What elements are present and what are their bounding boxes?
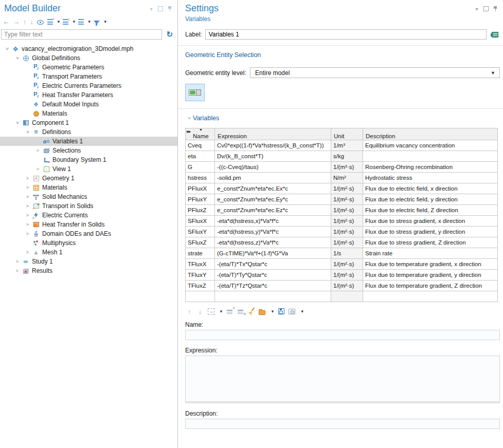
cell-description[interactable]: Flux due to stress gradient, x direction (363, 216, 498, 227)
cell-expression[interactable]: -((c-Cveq)/taus) (215, 162, 331, 173)
cell-name[interactable]: SFluxZ (186, 237, 215, 248)
tree-item-transport-in-solids[interactable]: Transport in Solids (0, 201, 177, 211)
cell-expression[interactable]: -(eta/T)*Tx*Qstar*c (215, 259, 331, 270)
cell-name[interactable]: Cveq (186, 140, 215, 151)
cell-unit[interactable]: 1/(m²·s) (331, 194, 363, 205)
tree-expander-icon[interactable] (24, 194, 31, 199)
tree-expander-icon[interactable] (13, 55, 21, 61)
clear-table-button[interactable] (247, 307, 256, 316)
cell-unit[interactable] (331, 291, 363, 302)
tree-item-default-model-inputs[interactable]: ❖ Default Model Inputs (0, 100, 177, 109)
tree-expander-icon[interactable] (13, 268, 21, 273)
tree-expander-icon[interactable] (24, 185, 31, 190)
tree-expander-icon[interactable] (13, 259, 21, 264)
column-header-expression[interactable]: Expression (215, 128, 331, 140)
cell-name[interactable]: hstress (186, 173, 215, 183)
cell-description[interactable]: Flux due to electric field, Z direction (363, 205, 498, 216)
tree-expander-icon[interactable] (24, 222, 31, 227)
cell-expression[interactable]: Cv0*exp((1-f)*Va*hstress/(k_B_const*T)) (215, 140, 331, 151)
cell-description[interactable] (363, 151, 498, 162)
cell-unit[interactable]: 1/(m²·s) (331, 205, 363, 216)
move-up-arrow-button[interactable]: ↑ (185, 307, 193, 316)
cell-expression[interactable] (215, 291, 331, 302)
tree-item-multiphysics[interactable]: Multiphysics (0, 238, 177, 248)
cell-name[interactable]: TFluxX (186, 259, 215, 270)
geometric-entity-level-dropdown[interactable]: Entire model ▼ (250, 67, 500, 78)
cell-name[interactable]: PFluxX (186, 183, 215, 194)
cell-description[interactable]: Strain rate (363, 248, 498, 259)
cell-description[interactable]: Equilibrium vacancy concentration (363, 140, 498, 151)
tree-expander-icon[interactable] (13, 120, 21, 125)
tree-item-mesh-1[interactable]: ▲ Mesh 1 (0, 248, 177, 257)
tree-expander-icon[interactable] (24, 231, 31, 236)
tree-expander-icon[interactable] (34, 166, 42, 172)
tree-item-heat-transfer-in-solids[interactable]: Heat Transfer in Solids (0, 220, 177, 229)
cell-expression[interactable]: -eta*d(hstress,x)*Va*f*c (215, 216, 331, 227)
column-header-name[interactable]: ▶▶ ▼ Name (186, 128, 215, 140)
cell-expression[interactable]: (G-cTIME)*Va*f+(1-f)*G*Va (215, 248, 331, 259)
cell-description[interactable]: Flux due to stress gradient, Z direction (363, 237, 498, 248)
load-from-file-button[interactable] (258, 307, 266, 316)
expand-all-dropdown-caret[interactable]: ▼ (57, 20, 61, 24)
menu-caret-icon[interactable] (474, 6, 479, 11)
cell-unit[interactable]: s/kg (331, 151, 363, 162)
float-window-icon[interactable] (158, 6, 163, 11)
save-to-file-button[interactable] (277, 307, 285, 316)
tree-expander-icon[interactable] (3, 46, 11, 51)
forward-arrow-button[interactable]: → (11, 16, 21, 27)
expand-all-button[interactable]: ↑ (46, 16, 55, 27)
show-eye-button[interactable] (35, 16, 45, 27)
cell-expression[interactable]: -solid.pm (215, 173, 331, 183)
cell-description[interactable]: Flux due to temperature gradient, Z dire… (363, 281, 498, 291)
load-from-file-dropdown-caret[interactable]: ▼ (271, 309, 275, 314)
cell-expression[interactable]: e_const*Znum*eta*ec.Ex*c (215, 183, 331, 194)
cell-unit[interactable]: 1/(m²·s) (331, 281, 363, 291)
node-label-button[interactable] (77, 16, 85, 27)
edit-columns-dropdown-caret[interactable]: ▼ (300, 309, 304, 314)
tree-item-view-1[interactable]: ↓ View 1 (0, 164, 177, 174)
cell-expression[interactable]: e_const*Znum*eta*ec.Ey*c (215, 194, 331, 205)
active-selection-toggle-button[interactable] (185, 84, 205, 101)
tree-item-materials[interactable]: Materials (0, 183, 177, 192)
name-input[interactable] (185, 330, 500, 340)
column-header-description[interactable]: Description (363, 128, 498, 140)
tree-expander-icon[interactable] (34, 148, 42, 153)
tree-expander-icon[interactable] (24, 250, 31, 255)
cell-name[interactable]: eta (186, 151, 215, 162)
tree-item-global-definitions[interactable]: Global Definitions (0, 53, 177, 63)
node-label-dropdown-caret[interactable]: ▼ (87, 20, 92, 24)
float-window-icon[interactable] (483, 6, 489, 11)
cell-description[interactable] (363, 291, 498, 302)
cell-name[interactable]: strate (186, 248, 215, 259)
cell-description[interactable]: Flux due to temperature gradient, y dire… (363, 270, 498, 281)
description-input[interactable] (185, 419, 500, 429)
tree-item-heat-transfer-parameters[interactable]: Pi Heat Transfer Parameters (0, 90, 177, 100)
tree-item-solid-mechanics[interactable]: Solid Mechanics (0, 192, 177, 201)
tree-expander-icon[interactable] (24, 203, 31, 209)
pin-window-icon[interactable] (167, 6, 172, 11)
cell-unit[interactable]: 1/(m²·s) (331, 270, 363, 281)
cell-name[interactable]: SFluxX (186, 216, 215, 227)
tree-item-component-1[interactable]: Component 1 (0, 118, 177, 127)
tree-expander-icon[interactable] (24, 176, 31, 181)
cell-name[interactable]: PFluxY (186, 194, 215, 205)
cell-unit[interactable]: N/m² (331, 173, 363, 183)
cell-unit[interactable]: 1/(m²·s) (331, 216, 363, 227)
delete-row-button[interactable] (237, 307, 245, 316)
tree-item-domain-odes-and-daes[interactable]: ddt Domain ODEs and DAEs (0, 229, 177, 238)
cell-unit[interactable]: 1/(m³·s) (331, 162, 363, 173)
column-header-unit[interactable]: Unit (331, 128, 363, 140)
settings-subtitle[interactable]: Variables (185, 15, 503, 23)
move-to-table-button[interactable] (207, 307, 215, 316)
cell-expression[interactable]: Dv/(k_B_const*T) (215, 151, 331, 162)
menu-caret-icon[interactable] (149, 6, 154, 11)
tree-item-definitions[interactable]: ≡ Definitions (0, 127, 177, 137)
move-up-arrow-button[interactable]: ↑ (22, 16, 28, 27)
cell-unit[interactable]: 1/(m²·s) (331, 183, 363, 194)
move-down-arrow-button[interactable]: ↓ (29, 16, 35, 27)
tree-item-electric-currents-parameters[interactable]: Pi Electric Currents Parameters (0, 81, 177, 90)
cell-name[interactable]: TFluxZ (186, 281, 215, 291)
tree-item-variables-1[interactable]: a= Variables 1 (0, 137, 177, 146)
tree-item-electric-currents[interactable]: Electric Currents (0, 211, 177, 220)
tree-expander-icon[interactable] (24, 129, 31, 135)
